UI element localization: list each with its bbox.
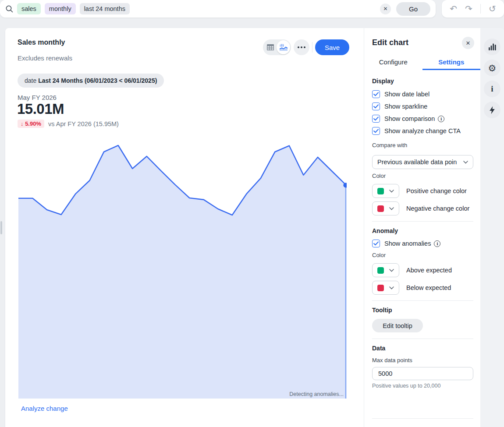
- tab-configure[interactable]: Configure: [364, 57, 422, 70]
- bar-chart-icon: [488, 43, 496, 51]
- date-filter-chip[interactable]: date Last 24 Months (06/01/2023 < 06/01/…: [18, 74, 164, 88]
- chevron-down-icon: [389, 286, 394, 289]
- info-icon[interactable]: i: [434, 240, 440, 247]
- panel-tabs: Configure Settings: [364, 57, 480, 70]
- checkbox-row-show-sparkline[interactable]: Show sparkline: [372, 102, 473, 111]
- sparkline-chart[interactable]: Detecting anomalies...: [18, 142, 347, 399]
- checkbox-checked[interactable]: [372, 115, 380, 123]
- change-badge: ↓ 5.90%: [18, 120, 44, 128]
- red-swatch: [377, 285, 384, 291]
- history-controls: ↶ ↷ ↺: [442, 0, 504, 18]
- chart-rail-button[interactable]: [484, 39, 500, 55]
- info-icon[interactable]: i: [438, 116, 444, 122]
- edit-chart-panel: Edit chart ✕ Configure Settings Display …: [364, 28, 480, 427]
- above-expected-row: Above expected: [372, 263, 473, 277]
- edit-tooltip-button[interactable]: Edit tooltip: [372, 319, 423, 332]
- save-button[interactable]: Save: [315, 39, 349, 55]
- panel-resize-handle[interactable]: [0, 221, 2, 234]
- checkbox-checked[interactable]: [372, 127, 380, 135]
- negative-color-row: Negative change color: [372, 201, 473, 215]
- green-swatch: [377, 188, 384, 194]
- panel-content: Display Show date label Show sparkline S…: [364, 70, 480, 427]
- negative-color-select[interactable]: [372, 201, 399, 215]
- positive-color-select[interactable]: [372, 184, 399, 198]
- search-token-monthly[interactable]: monthly: [45, 3, 76, 14]
- app-window: sales monthly last 24 months ✕ Go ↶ ↷ ↺ …: [0, 0, 504, 427]
- checkbox-label: Show date label: [384, 91, 429, 98]
- table-view-button[interactable]: [264, 40, 277, 54]
- kpi-period-label: May FY 2026: [18, 94, 57, 101]
- tab-settings[interactable]: Settings: [422, 57, 481, 70]
- anomaly-color-label: Color: [372, 252, 473, 258]
- tooltip-heading: Tooltip: [372, 307, 473, 314]
- checkbox-checked[interactable]: [372, 240, 380, 247]
- compare-with-select[interactable]: Previous available data poin: [372, 155, 473, 169]
- ellipsis-icon: [298, 46, 299, 48]
- checkbox-checked[interactable]: [372, 102, 380, 110]
- max-data-points-label: Max data points: [372, 357, 473, 363]
- analyze-change-link[interactable]: Analyze change: [21, 405, 68, 412]
- color-label: Color: [372, 173, 473, 179]
- area-chart-icon: [279, 44, 288, 51]
- info-rail-button[interactable]: i: [484, 81, 500, 97]
- below-expected-label: Below expected: [406, 284, 451, 291]
- above-expected-color-select[interactable]: [372, 263, 399, 277]
- kpi-value: 15.01M: [17, 101, 64, 117]
- checkbox-checked[interactable]: [372, 90, 380, 98]
- chart-view-button[interactable]: [277, 40, 290, 54]
- compare-with-label: Compare with: [372, 142, 473, 148]
- chart-region: Sales monthly Excludes renewals: [5, 28, 364, 427]
- comparison-text: vs Apr FY 2026 (15.95M): [48, 120, 119, 127]
- go-button[interactable]: Go: [396, 2, 430, 16]
- undo-icon[interactable]: ↶: [450, 4, 457, 13]
- sparkline-fill: [18, 145, 346, 399]
- viz-subtitle: Excludes renewals: [18, 54, 72, 62]
- filter-prefix: date: [25, 77, 36, 84]
- chevron-down-icon: [389, 269, 394, 272]
- anomaly-heading: Anomaly: [372, 227, 473, 234]
- below-expected-color-select[interactable]: [372, 281, 399, 295]
- checkbox-row-show-date-label[interactable]: Show date label: [372, 90, 473, 99]
- chevron-down-icon: [389, 190, 394, 193]
- close-panel-button[interactable]: ✕: [462, 37, 474, 49]
- reset-icon[interactable]: ↺: [489, 4, 496, 13]
- divider: [372, 221, 473, 222]
- checkbox-row-show-analyze-change-cta[interactable]: Show analyze change CTA: [372, 127, 473, 135]
- chevron-down-icon: [463, 161, 468, 164]
- display-heading: Display: [372, 78, 473, 85]
- search-bar[interactable]: sales monthly last 24 months ✕ Go: [0, 0, 436, 18]
- divider: [372, 300, 473, 301]
- red-swatch: [377, 205, 384, 212]
- view-toggle: [263, 39, 291, 55]
- search-icon: [5, 5, 14, 13]
- change-pct: 5.90%: [25, 120, 41, 127]
- answer-card: Sales monthly Excludes renewals: [5, 28, 480, 427]
- checkbox-row-show-comparison[interactable]: Show comparison i: [372, 114, 473, 123]
- filter-value: Last 24 Months (06/01/2023 < 06/01/2025): [38, 77, 157, 84]
- max-data-points-input[interactable]: [372, 367, 473, 380]
- data-heading: Data: [372, 345, 473, 352]
- checkbox-label: Show analyze change CTA: [384, 127, 461, 134]
- checkbox-label: Show comparison: [384, 115, 435, 122]
- clear-search-button[interactable]: ✕: [380, 4, 391, 14]
- gear-icon: ⚙: [488, 64, 497, 73]
- insights-rail-button[interactable]: [484, 102, 500, 118]
- viz-toolbar: Save: [263, 39, 349, 55]
- positive-color-row: Positive change color: [372, 184, 473, 198]
- search-token-sales[interactable]: sales: [17, 3, 41, 14]
- settings-rail-button[interactable]: ⚙: [484, 60, 500, 76]
- divider: [480, 4, 481, 14]
- redo-icon[interactable]: ↷: [465, 4, 472, 13]
- panel-title: Edit chart: [372, 38, 408, 47]
- compare-with-value: Previous available data poin: [377, 159, 463, 166]
- more-options-button[interactable]: [294, 39, 309, 55]
- viz-title: Sales monthly: [18, 39, 65, 46]
- chevron-down-icon: [389, 207, 394, 210]
- green-swatch: [377, 267, 384, 274]
- checkbox-label: Show anomalies: [384, 240, 431, 247]
- checkbox-row-show-anomalies[interactable]: Show anomalies i: [372, 239, 473, 248]
- right-rail: ⚙ i: [480, 28, 504, 427]
- search-token-last-24-months[interactable]: last 24 months: [80, 3, 130, 14]
- above-expected-label: Above expected: [406, 267, 452, 274]
- divider: [312, 42, 312, 53]
